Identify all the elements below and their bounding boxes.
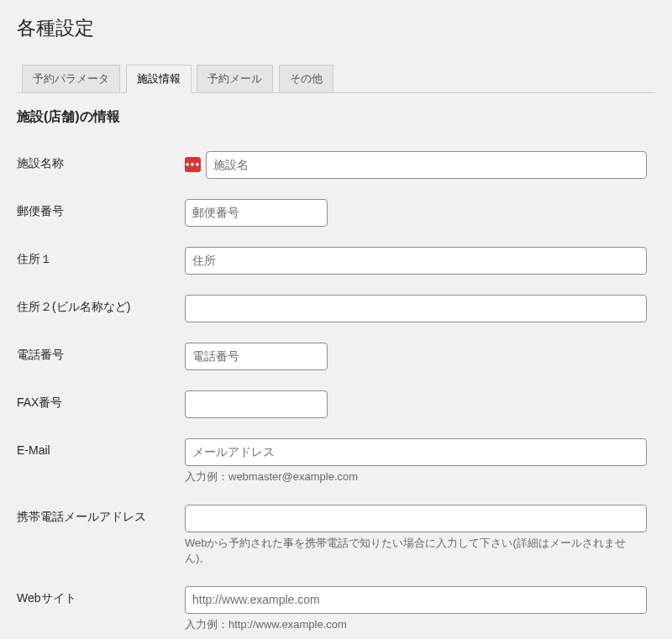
postal-code-input[interactable] <box>185 199 328 227</box>
tab-facility-info[interactable]: 施設情報 <box>126 65 192 93</box>
address2-input[interactable] <box>185 295 647 322</box>
label-postal-code: 郵便番号 <box>17 189 185 237</box>
fax-input[interactable] <box>185 390 328 418</box>
label-fax: FAX番号 <box>17 380 185 428</box>
required-icon: ●●● <box>185 157 201 172</box>
label-email: E-Mail <box>17 428 185 495</box>
tab-other[interactable]: その他 <box>279 65 333 92</box>
label-mobile-email: 携帯電話メールアドレス <box>17 495 185 576</box>
page-title: 各種設定 <box>17 8 655 45</box>
website-input[interactable] <box>185 586 647 614</box>
section-heading: 施設(店舗)の情報 <box>17 108 655 126</box>
email-hint: 入力例：webmaster@example.com <box>185 469 647 484</box>
mobile-email-input[interactable] <box>185 505 647 532</box>
label-address1: 住所１ <box>17 237 185 285</box>
email-input[interactable] <box>185 438 647 466</box>
tab-bar: 予約パラメータ 施設情報 予約メール その他 <box>17 57 655 93</box>
label-tel: 電話番号 <box>17 333 185 380</box>
address1-input[interactable] <box>185 247 647 275</box>
tab-reservation-mail[interactable]: 予約メール <box>197 65 273 92</box>
mobile-email-hint: Webから予約された事を携帯電話で知りたい場合に入力して下さい(詳細はメールされ… <box>185 536 647 566</box>
form-table: 施設名称 ●●● 郵便番号 住所１ 住所２(ビル名称など) <box>17 141 655 639</box>
label-address2: 住所２(ビル名称など) <box>17 285 185 333</box>
tel-input[interactable] <box>185 343 328 370</box>
tab-reservation-params[interactable]: 予約パラメータ <box>22 65 120 92</box>
label-facility-name: 施設名称 <box>17 141 185 189</box>
label-website: Webサイト <box>17 576 185 639</box>
website-hint: 入力例：http://www.example.com <box>185 617 647 632</box>
facility-name-input[interactable] <box>206 151 647 179</box>
